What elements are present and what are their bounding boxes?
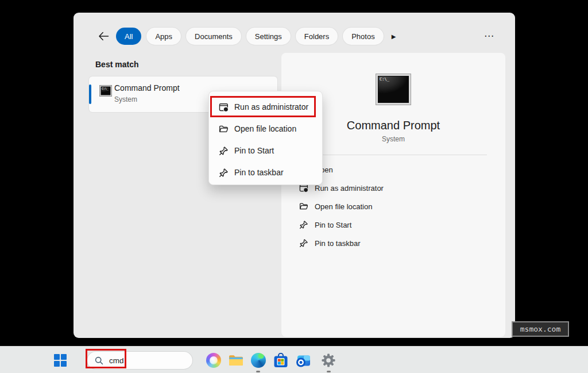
filter-tab-all[interactable]: All [116,28,141,45]
taskbar-settings-icon[interactable] [321,353,336,368]
taskbar-edge-icon[interactable] [251,353,266,368]
context-menu: Run as administrator Open file location … [208,91,323,185]
best-match-heading: Best match [95,60,138,69]
command-prompt-icon-small: C:\_ [99,85,112,97]
best-match-subtitle: System [114,95,137,103]
search-filter-toolbar: All Apps Documents Settings Folders Phot… [96,28,494,45]
filter-tab-documents[interactable]: Documents [186,28,241,45]
menu-item-pin-to-taskbar[interactable]: Pin to taskbar [209,161,322,183]
start-button[interactable] [53,353,68,368]
pin-icon [299,220,308,229]
back-arrow-icon [98,32,109,41]
taskbar-microsoft-store-icon[interactable] [273,353,288,368]
menu-item-pin-to-start[interactable]: Pin to Start [209,140,322,161]
back-button[interactable] [96,29,110,43]
search-input[interactable] [109,356,184,365]
taskbar-copilot-icon[interactable] [206,353,221,368]
taskbar-search-box[interactable] [87,352,192,369]
options-ellipsis-icon[interactable]: ⋯ [484,28,494,45]
action-pin-to-taskbar[interactable]: Pin to taskbar [281,234,505,252]
pin-icon [219,146,229,156]
pin-icon [219,168,229,178]
desktop: { "colors": { "accent_blue": "#0067c0", … [0,0,588,373]
windows-logo-icon [54,354,67,367]
taskbar-file-explorer-icon[interactable] [229,353,243,368]
folder-icon [299,202,308,211]
folder-icon [219,124,229,134]
menu-item-open-file-location[interactable]: Open file location [209,118,322,140]
command-prompt-icon-large: C:\_ [376,74,411,105]
action-pin-to-start[interactable]: Pin to Start [281,216,505,234]
action-open-file-location[interactable]: Open file location [281,197,505,216]
pin-icon [299,239,308,248]
menu-item-run-as-administrator[interactable]: Run as administrator [209,96,322,118]
taskbar-outlook-icon[interactable] [296,353,311,368]
divider [300,155,487,155]
filter-tab-folders[interactable]: Folders [296,28,338,45]
filter-pills: All Apps Documents Settings Folders Phot… [116,28,384,45]
selection-accent-bar [89,84,91,104]
settings-running-indicator [327,371,331,372]
watermark: msmox.com [512,321,569,337]
taskbar [0,346,588,373]
filter-tab-photos[interactable]: Photos [343,28,383,45]
edge-running-indicator [256,371,260,372]
best-match-title: Command Prompt [114,83,180,93]
filter-tab-apps[interactable]: Apps [146,28,181,45]
search-icon [95,356,103,365]
filter-tab-settings[interactable]: Settings [246,28,291,45]
run-as-administrator-icon [219,102,229,112]
more-filters-icon[interactable]: ▶ [392,33,396,40]
